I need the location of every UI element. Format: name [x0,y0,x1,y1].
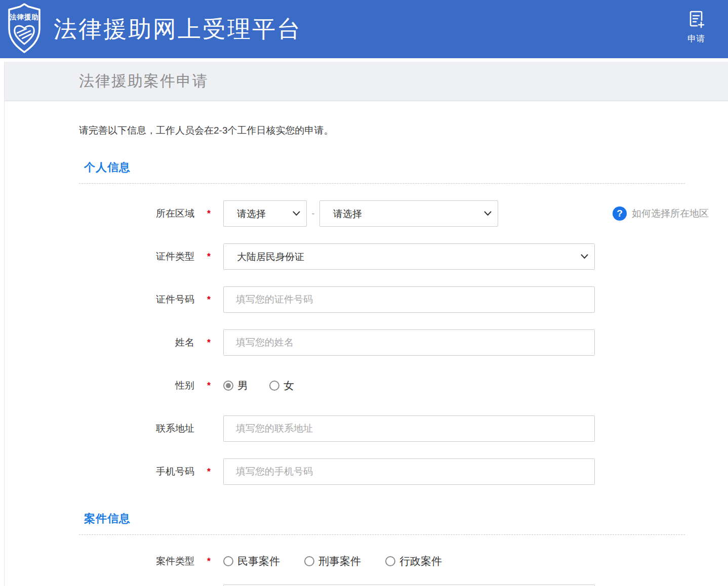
form-body: 请完善以下信息，工作人员会在2-3个工作日核实您的申请。 个人信息 所在区域 *… [5,101,728,586]
id-number-label: 证件号码 [79,293,194,306]
name-row: 姓名 * [79,329,709,356]
region-help-link[interactable]: ? 如何选择所在地区 [613,206,709,221]
required-asterisk: * [194,381,223,391]
case-type-criminal-label: 刑事案件 [318,554,361,568]
case-type-civil-radio[interactable]: 民事案件 [223,554,280,568]
case-type-administrative-label: 行政案件 [399,554,442,568]
address-row: 联系地址 [79,415,709,442]
gender-label: 性别 [79,379,194,392]
gender-row: 性别 * 男 女 [79,372,709,399]
personal-info-heading: 个人信息 [84,161,131,174]
gender-radio-group: 男 女 [223,379,294,393]
region-province-select-wrap: 请选择 [223,200,307,227]
phone-row: 手机号码 * [79,458,709,485]
case-type-radio-group: 民事案件 刑事案件 行政案件 [223,554,442,568]
intro-text: 请完善以下信息，工作人员会在2-3个工作日核实您的申请。 [79,101,709,137]
legal-aid-shield-logo-icon: 法律援助 [6,3,43,56]
main-panel: 法律援助案件申请 请完善以下信息，工作人员会在2-3个工作日核实您的申请。 个人… [4,62,728,586]
page-title: 法律援助案件申请 [79,71,209,92]
case-type-civil-label: 民事案件 [237,554,280,568]
case-info-heading: 案件信息 [84,512,131,525]
region-label: 所在区域 [79,207,194,220]
gender-female-label: 女 [284,379,294,393]
id-type-label: 证件类型 [79,250,194,263]
required-asterisk: * [194,208,223,219]
name-label: 姓名 [79,336,194,349]
required-asterisk: * [194,252,223,262]
case-info-section-head: 案件信息 [79,511,685,535]
id-type-row: 证件类型 * 大陆居民身份证 [79,243,709,270]
required-asterisk: * [194,467,223,477]
region-row: 所在区域 * 请选择 - 请选择 ? 如何选择 [79,200,709,227]
gender-male-radio[interactable]: 男 [223,379,248,393]
name-input[interactable] [223,329,595,356]
address-input[interactable] [223,415,595,442]
radio-unchecked-icon [269,381,279,391]
region-separator: - [307,208,319,219]
id-number-row: 证件号码 * [79,286,709,313]
id-number-input[interactable] [223,286,595,313]
radio-checked-icon [223,381,233,391]
apply-nav-label: 申请 [687,33,705,45]
radio-unchecked-icon [304,556,314,566]
id-type-select-wrap: 大陆居民身份证 [223,243,595,270]
question-mark-icon: ? [613,206,627,221]
required-asterisk: * [194,556,223,567]
document-plus-icon [686,10,706,29]
region-city-select[interactable]: 请选择 [319,200,498,227]
region-province-select[interactable]: 请选择 [223,200,307,227]
apply-nav-button[interactable]: 申请 [686,10,706,45]
region-help-text: 如何选择所在地区 [632,207,709,220]
phone-input[interactable] [223,458,595,485]
phone-label: 手机号码 [79,465,194,478]
gender-male-label: 男 [237,379,248,393]
radio-unchecked-icon [223,556,233,566]
app-header: 法律援助 法律援助网上受理平台 申请 [0,0,728,58]
page-title-band: 法律援助案件申请 [5,62,728,101]
radio-unchecked-icon [385,556,395,566]
required-asterisk: * [194,295,223,305]
svg-text:法律援助: 法律援助 [9,13,39,21]
id-type-select[interactable]: 大陆居民身份证 [223,243,595,270]
case-type-administrative-radio[interactable]: 行政案件 [385,554,442,568]
region-city-select-wrap: 请选择 [319,200,498,227]
case-type-label: 案件类型 [79,555,194,568]
personal-info-section-head: 个人信息 [79,160,685,184]
case-type-criminal-radio[interactable]: 刑事案件 [304,554,361,568]
case-type-row: 案件类型 * 民事案件 刑事案件 行政案件 [79,550,709,572]
required-asterisk: * [194,338,223,348]
app-title: 法律援助网上受理平台 [54,14,302,45]
address-label: 联系地址 [79,422,194,435]
gender-female-radio[interactable]: 女 [269,379,294,393]
